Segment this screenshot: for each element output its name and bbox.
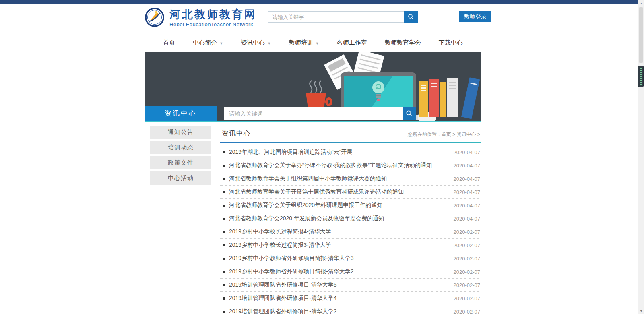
news-date: 2020-04-07 bbox=[454, 163, 481, 169]
book-illustration bbox=[440, 82, 446, 117]
breadcrumb-link[interactable]: 首页 bbox=[442, 132, 451, 137]
news-date: 2020-02-07 bbox=[454, 229, 481, 235]
coffee-cup-handle bbox=[325, 97, 332, 106]
bullet-icon bbox=[223, 258, 225, 260]
book-illustration bbox=[447, 78, 458, 117]
sidebar-menu: 通知公告培训动态政策文件中心活动 bbox=[145, 122, 217, 191]
news-link[interactable]: 河北省教师教育学会关于开展第十届优秀教育科研成果评选活动的通知 bbox=[229, 188, 446, 196]
news-date: 2020-02-07 bbox=[454, 256, 481, 262]
news-link[interactable]: 2019培训管理团队省外研修项目-清华大学2 bbox=[229, 308, 446, 314]
news-date: 2020-04-07 bbox=[454, 176, 481, 182]
news-date: 2020-02-07 bbox=[454, 242, 481, 248]
site-subtitle: Hebei EducationTeacher Network bbox=[169, 21, 257, 27]
news-link[interactable]: 2019培训管理团队省外研修项目-清华大学5 bbox=[229, 281, 446, 289]
bullet-icon bbox=[223, 165, 225, 167]
sidebar-item-0[interactable]: 通知公告 bbox=[150, 126, 211, 139]
breadcrumb-link[interactable]: 资讯中心 bbox=[457, 132, 476, 137]
bullet-icon bbox=[223, 231, 225, 233]
chevron-down-icon: ▼ bbox=[219, 41, 223, 45]
news-row: 2019乡村中小学教师省外研修项目简报-清华大学32020-02-07 bbox=[220, 252, 481, 265]
news-row: 2019乡村中小学教师省外研修项目简报-清华大学22020-02-07 bbox=[220, 265, 481, 279]
nav-item-label: 中心简介 bbox=[193, 39, 217, 47]
news-date: 2020-04-07 bbox=[454, 149, 481, 155]
breadcrumb-separator: > bbox=[476, 132, 480, 137]
news-row: 河北省教师教育学会关于举办“停课不停教·我的战疫故事”主题论坛征文活动的通知20… bbox=[220, 159, 481, 172]
bullet-icon bbox=[223, 271, 225, 273]
nav-item-4[interactable]: 名师工作室 bbox=[337, 39, 367, 47]
banner-search-input[interactable] bbox=[224, 107, 402, 120]
book-illustration bbox=[419, 81, 428, 117]
nav-item-2[interactable]: 资讯中心▼ bbox=[241, 39, 271, 47]
news-date: 2020-02-07 bbox=[454, 309, 481, 314]
scrollbar[interactable]: ▲ ▼ bbox=[638, 0, 644, 314]
sidebar-item-1[interactable]: 培训动态 bbox=[150, 141, 211, 154]
content-area: 通知公告培训动态政策文件中心活动 资讯中心 您所在的位置：首页 > 资讯中心 >… bbox=[145, 122, 481, 314]
news-link[interactable]: 2019培训管理团队省外研修项目-清华大学4 bbox=[229, 295, 446, 302]
banner-search bbox=[224, 107, 416, 120]
nav-item-1[interactable]: 中心简介▼ bbox=[193, 39, 223, 47]
search-icon bbox=[406, 110, 413, 117]
header-search-input[interactable] bbox=[268, 11, 404, 23]
header-search-button[interactable] bbox=[404, 11, 418, 23]
header-search bbox=[268, 11, 418, 23]
news-link[interactable]: 河北省教师教育学会关于举办“停课不停教·我的战疫故事”主题论坛征文活动的通知 bbox=[229, 162, 446, 169]
nav-item-label: 名师工作室 bbox=[337, 39, 367, 47]
bullet-icon bbox=[223, 244, 225, 246]
scrollbar-up-arrow-icon[interactable]: ▲ bbox=[638, 0, 644, 6]
news-link[interactable]: 河北省教师教育学会关于组织第四届中小学教师微课大赛的通知 bbox=[229, 175, 446, 182]
section-title: 资讯中心 bbox=[222, 129, 251, 138]
news-row: 河北省教师教育学会关于开展第十届优秀教育科研成果评选活动的通知2020-04-0… bbox=[220, 186, 481, 199]
sidebar-title-tab[interactable]: 资讯中心 bbox=[145, 106, 217, 121]
site-logo[interactable]: 河北教师教育网 Hebei EducationTeacher Network bbox=[145, 8, 257, 27]
news-row: 2019培训管理团队省外研修项目-清华大学52020-02-07 bbox=[220, 279, 481, 292]
nav-item-label: 首页 bbox=[163, 39, 175, 47]
news-link[interactable]: 2019乡村中小学教师省外研修项目简报-清华大学3 bbox=[229, 255, 446, 262]
bullet-icon bbox=[223, 284, 225, 286]
news-date: 2020-02-07 bbox=[454, 269, 481, 275]
chevron-down-icon: ▼ bbox=[267, 41, 271, 45]
bullet-icon bbox=[223, 151, 225, 153]
news-link[interactable]: 2019年湖北、河北国培项目培训追踪活动“云”开展 bbox=[229, 149, 446, 156]
main-nav-bar: 首页中心简介▼资讯中心▼教师培训▼名师工作室教师教育学会下载中心 bbox=[0, 34, 644, 52]
scrollbar-thumb[interactable] bbox=[639, 7, 643, 63]
bullet-icon bbox=[223, 178, 225, 180]
news-row: 河北省教师教育学会关于组织第四届中小学教师微课大赛的通知2020-04-07 bbox=[220, 172, 481, 186]
site-title: 河北教师教育网 bbox=[169, 8, 257, 21]
breadcrumb-separator: > bbox=[451, 132, 457, 137]
bullet-icon bbox=[223, 205, 225, 207]
hero-banner: 资讯中心 bbox=[145, 52, 481, 121]
nav-item-3[interactable]: 教师培训▼ bbox=[289, 39, 319, 47]
news-row: 2019年湖北、河北国培项目培训追踪活动“云”开展2020-04-07 bbox=[220, 146, 481, 159]
news-date: 2020-02-07 bbox=[454, 282, 481, 288]
sidebar-item-2[interactable]: 政策文件 bbox=[150, 156, 211, 169]
nav-item-label: 下载中心 bbox=[439, 39, 463, 47]
teacher-login-button[interactable]: 教师登录 bbox=[459, 11, 491, 22]
news-link[interactable]: 河北省教师教育学会2020 年发展新会员及收缴年度会费的通知 bbox=[229, 215, 446, 222]
banner-search-button[interactable] bbox=[402, 107, 416, 120]
nav-item-label: 教师培训 bbox=[289, 39, 313, 47]
bullet-icon bbox=[223, 218, 225, 220]
news-row: 2019培训管理团队省外研修项目-清华大学42020-02-07 bbox=[220, 292, 481, 305]
edge-extension-handle[interactable] bbox=[638, 66, 644, 87]
news-list: 2019年湖北、河北国培项目培训追踪活动“云”开展2020-04-07河北省教师… bbox=[220, 146, 481, 314]
news-date: 2020-04-07 bbox=[454, 189, 481, 195]
news-row: 2019乡村中小学校长过程简报4-清华大学2020-02-07 bbox=[220, 225, 481, 239]
nav-item-6[interactable]: 下载中心 bbox=[439, 39, 463, 47]
nav-item-label: 资讯中心 bbox=[241, 39, 265, 47]
news-link[interactable]: 2019乡村中小学校长过程简报3-清华大学 bbox=[229, 242, 446, 249]
search-icon bbox=[408, 14, 414, 20]
nav-item-0[interactable]: 首页 bbox=[163, 39, 175, 47]
lightbulb-icon bbox=[369, 80, 387, 105]
sidebar-item-3[interactable]: 中心活动 bbox=[150, 171, 211, 185]
news-link[interactable]: 2019乡村中小学教师省外研修项目简报-清华大学2 bbox=[229, 268, 446, 275]
chevron-down-icon: ▼ bbox=[315, 41, 319, 45]
news-link[interactable]: 河北省教师教育学会关于组织2020年科研课题申报工作的通知 bbox=[229, 202, 446, 209]
news-row: 2019培训管理团队省外研修项目-清华大学22020-02-07 bbox=[220, 305, 481, 314]
nav-item-5[interactable]: 教师教育学会 bbox=[385, 39, 421, 47]
scrollbar-down-arrow-icon[interactable]: ▼ bbox=[638, 308, 644, 314]
edge-handle-stripes-icon bbox=[640, 68, 642, 85]
news-link[interactable]: 2019乡村中小学校长过程简报4-清华大学 bbox=[229, 228, 446, 236]
news-date: 2020-04-07 bbox=[454, 216, 481, 222]
main-panel: 资讯中心 您所在的位置：首页 > 资讯中心 > 2019年湖北、河北国培项目培训… bbox=[220, 122, 481, 314]
news-row: 河北省教师教育学会关于组织2020年科研课题申报工作的通知2020-04-07 bbox=[220, 199, 481, 212]
